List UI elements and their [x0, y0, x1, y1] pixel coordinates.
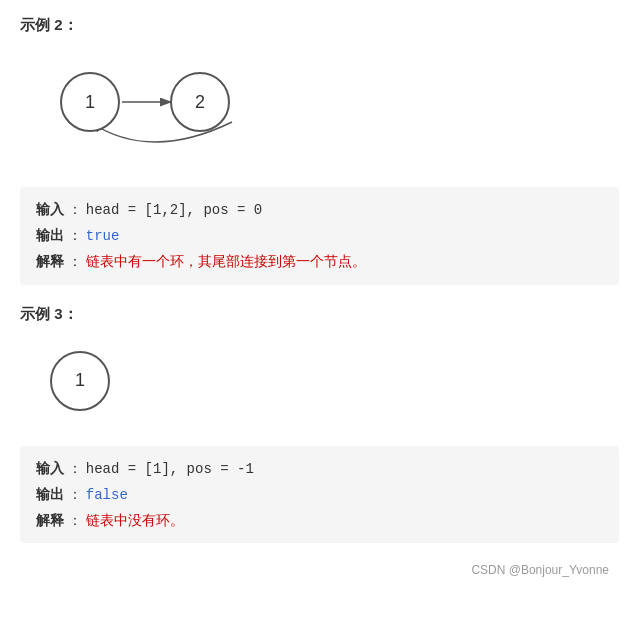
diagram-3: 1	[20, 336, 619, 436]
section-3: 示例 3： 1 输入 ： head = [1], pos = -1 输出 ： f…	[20, 305, 619, 544]
node-2-ex2: 2	[170, 72, 230, 132]
input-line-2: 输入 ： head = [1,2], pos = 0	[36, 197, 603, 223]
section-3-title: 示例 3：	[20, 305, 619, 324]
diagram-2: 1 2	[20, 47, 619, 177]
info-box-3: 输入 ： head = [1], pos = -1 输出 ： false 解释 …	[20, 446, 619, 544]
explain-line-2: 解释 ： 链表中有一个环，其尾部连接到第一个节点。	[36, 249, 603, 274]
info-box-2: 输入 ： head = [1,2], pos = 0 输出 ： true 解释 …	[20, 187, 619, 285]
input-line-3: 输入 ： head = [1], pos = -1	[36, 456, 603, 482]
section-2: 示例 2： 1 2	[20, 16, 619, 285]
section-2-title: 示例 2：	[20, 16, 619, 35]
node-1-ex2: 1	[60, 72, 120, 132]
node-1-ex3: 1	[50, 351, 110, 411]
output-line-2: 输出 ： true	[36, 223, 603, 249]
watermark: CSDN @Bonjour_Yvonne	[20, 563, 619, 577]
output-line-3: 输出 ： false	[36, 482, 603, 508]
explain-line-3: 解释 ： 链表中没有环。	[36, 508, 603, 533]
